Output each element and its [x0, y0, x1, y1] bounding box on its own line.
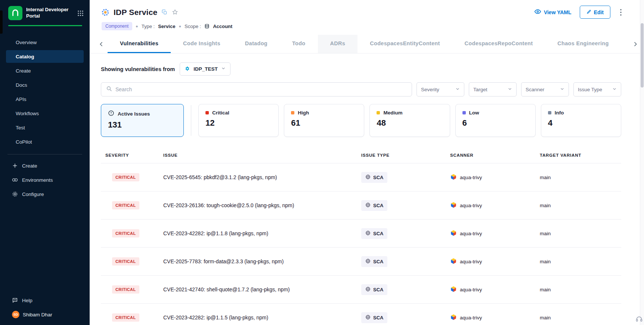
scanner-label: aqua-trivy [460, 175, 482, 180]
sidebar-nav-label: CoPilot [16, 139, 32, 145]
severity-card-label: High [298, 110, 309, 116]
sidebar-environments-label: Environments [22, 177, 53, 183]
trivy-cube-icon [450, 286, 457, 294]
table-row[interactable]: CRITICAL CVE-2025-7783: form-data@2.3.3 … [101, 248, 621, 276]
search-input[interactable] [115, 86, 407, 92]
active-issues-card[interactable]: Active Issues 131 [101, 104, 184, 137]
tab[interactable]: Vulnerabilities [108, 35, 171, 53]
filter-dropdown[interactable]: Target [469, 82, 517, 96]
table-header: TARGET VARIANT [535, 146, 621, 163]
tab[interactable]: ADRs [318, 35, 358, 53]
severity-summary-card[interactable]: Low 6 [455, 104, 536, 137]
user-name: Shibam Dhar [23, 312, 52, 318]
filter-dropdown[interactable]: Severity [417, 82, 464, 96]
cards-divider [191, 105, 191, 136]
sidebar-environments-button[interactable]: Environments [6, 173, 84, 187]
table-header-row: SEVERITY ISSUE ISSUE TYPE SCANNER TARGET… [101, 146, 621, 163]
tab-bar: Vulnerabilities Code Insights Datadog To… [90, 35, 644, 53]
sidebar-nav-item[interactable]: Test [6, 121, 84, 134]
tab[interactable]: CodespacesRepoContent [452, 35, 545, 53]
filter-dropdown[interactable]: Scanner [521, 82, 569, 96]
entity-title-row: IDP Service View YAML [101, 6, 623, 19]
issue-type-label: SCA [373, 259, 383, 264]
help-button[interactable]: Help [6, 294, 84, 307]
sidebar-nav-label: Catalog [16, 54, 34, 59]
apps-grid-icon[interactable] [77, 10, 84, 16]
scrollbar-thumb[interactable] [641, 23, 644, 88]
table-row[interactable]: CRITICAL CVE-2023-42282: ip@1.1.8 (lang-… [101, 220, 621, 248]
filters-row: Severity Target [101, 82, 621, 96]
sidebar-nav-item[interactable]: Workflows [6, 107, 84, 120]
tab-label: Code Insights [183, 40, 220, 46]
vulnerabilities-content: Showing vulnerabilities from IDP_TEST [90, 53, 644, 325]
kebab-menu-icon[interactable] [619, 9, 623, 16]
trivy-cube-icon [450, 202, 457, 209]
scope-layers-icon [204, 24, 210, 29]
table-row[interactable]: CRITICAL CVE-2023-26136: tough-cookie@2.… [101, 191, 621, 220]
sidebar-nav-item[interactable]: Overview [6, 36, 84, 49]
issue-text: CVE-2025-7783: form-data@2.3.3 (lang-pkg… [159, 258, 357, 264]
scope-label: Scope : [185, 24, 201, 29]
severity-bullet [548, 111, 551, 114]
edit-button[interactable]: Edit [580, 6, 610, 19]
tab-label: Chaos Engineering [557, 40, 609, 46]
tab[interactable]: Datadog [233, 35, 280, 53]
severity-card-count: 6 [462, 118, 529, 128]
severity-card-label: Info [555, 110, 564, 116]
issue-type-chip: SCA [361, 256, 387, 267]
target-variant: main [535, 203, 621, 208]
table-body: CRITICAL CVE-2025-6545: pbkdf2@3.1.2 (la… [101, 163, 621, 325]
sidebar-nav-item[interactable]: CoPilot [6, 135, 84, 148]
sidebar-nav-item[interactable]: APIs [6, 93, 84, 105]
table-row[interactable]: CRITICAL CVE-2021-42740: shell-quote@1.7… [101, 276, 621, 304]
sidebar-nav-item[interactable]: Docs [6, 79, 84, 91]
tab[interactable]: Chaos Engineering [545, 35, 621, 53]
copy-icon[interactable] [162, 9, 167, 15]
meta-separator: ● [136, 24, 138, 28]
view-yaml-button[interactable]: View YAML [534, 9, 572, 15]
severity-summary-card[interactable]: Critical 12 [198, 104, 279, 137]
issue-type-chip: SCA [361, 312, 387, 323]
filter-label: Severity [421, 87, 439, 92]
issue-text: CVE-2023-42282: ip@1.1.8 (lang-pkgs, npm… [159, 230, 357, 236]
favorite-star-icon[interactable] [172, 9, 178, 15]
sca-globe-icon [365, 202, 371, 209]
sidebar-nav-label: Test [16, 125, 25, 131]
tab[interactable]: Todo [280, 35, 318, 53]
service-gear-icon [101, 8, 110, 17]
issue-text: CVE-2023-26136: tough-cookie@2.5.0 (lang… [159, 202, 357, 208]
issue-text: CVE-2025-6545: pbkdf2@3.1.2 (lang-pkgs, … [159, 174, 357, 180]
severity-summary-card[interactable]: Info 4 [541, 104, 621, 137]
tab[interactable]: Code Insights [171, 35, 233, 53]
tab[interactable]: CodespacesEntityContent [357, 35, 452, 53]
filter-group: Severity Target [417, 82, 621, 96]
filter-dropdown[interactable]: Issue Type [573, 82, 621, 96]
tabs-scroll-left[interactable] [95, 35, 108, 53]
severity-badge: CRITICAL [112, 257, 139, 266]
table-row[interactable]: CRITICAL CVE-2025-6545: pbkdf2@3.1.2 (la… [101, 163, 621, 191]
severity-bullet [462, 111, 466, 114]
sidebar-nav-label: Overview [16, 40, 37, 45]
main-area: IDP Service View YAML [90, 0, 644, 325]
search-icon [106, 86, 112, 93]
sidebar-nav-item[interactable]: Create [6, 64, 84, 77]
entity-meta-row: Component ● Type : Service ● Scope : Acc… [102, 22, 623, 35]
vertical-scrollbar[interactable] [640, 0, 644, 325]
sidebar-nav-item[interactable]: Catalog [6, 50, 84, 63]
user-menu[interactable]: SD Shibam Dhar [6, 308, 84, 321]
severity-summary-card[interactable]: High 61 [284, 104, 364, 137]
source-dropdown[interactable]: IDP_TEST [180, 62, 230, 76]
sidebar-create-button[interactable]: Create [6, 159, 84, 172]
portal-logo[interactable] [8, 6, 22, 20]
severity-summary-card[interactable]: Medium 48 [369, 104, 450, 137]
issue-type-label: SCA [373, 203, 383, 208]
target-variant: main [535, 287, 621, 292]
table-row[interactable]: CRITICAL CVE-2023-42282: ip@1.1.5 (lang-… [101, 304, 621, 325]
sidebar-configure-button[interactable]: Configure [6, 187, 84, 201]
support-widget-icon[interactable] [635, 315, 643, 324]
issues-alert-icon [108, 110, 114, 117]
active-issues-label: Active Issues [118, 111, 150, 117]
brand-accent-line [8, 25, 82, 26]
sidebar: Internal Developer Portal Overview Catal… [0, 0, 90, 325]
tabs-strip: Vulnerabilities Code Insights Datadog To… [108, 35, 629, 53]
